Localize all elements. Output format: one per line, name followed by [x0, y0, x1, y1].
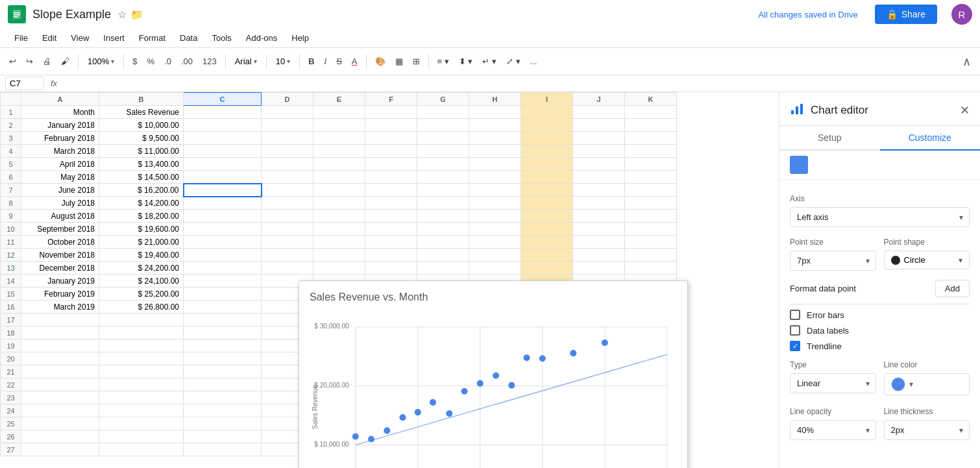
cell-b23[interactable]	[99, 391, 184, 404]
cell-h4[interactable]	[469, 145, 521, 158]
cell-i8[interactable]	[521, 197, 573, 210]
cell-d1[interactable]	[262, 106, 313, 119]
cell-c21[interactable]	[184, 365, 262, 378]
cell-b25[interactable]	[99, 417, 184, 430]
cell-c25[interactable]	[184, 417, 262, 430]
cell-k6[interactable]	[625, 171, 677, 184]
text-color-button[interactable]: A	[348, 54, 361, 69]
cell-b3[interactable]: $ 9,500.00	[99, 132, 184, 145]
cell-c7[interactable]	[184, 184, 262, 197]
format123-button[interactable]: 123	[199, 54, 221, 69]
cell-b6[interactable]: $ 14,500.00	[99, 171, 184, 184]
col-header-i[interactable]: I	[521, 93, 573, 106]
col-header-h[interactable]: H	[469, 93, 521, 106]
cell-k5[interactable]	[625, 158, 677, 171]
cell-g8[interactable]	[417, 197, 469, 210]
cell-b19[interactable]	[99, 339, 184, 352]
cell-a24[interactable]	[21, 404, 99, 417]
cell-e7[interactable]	[313, 184, 365, 197]
cell-a13[interactable]: December 2018	[21, 262, 99, 275]
cell-c22[interactable]	[184, 378, 262, 391]
cell-c26[interactable]	[184, 430, 262, 443]
cell-c13[interactable]	[184, 262, 262, 275]
save-status[interactable]: All changes saved in Drive	[758, 10, 857, 19]
cell-e5[interactable]	[313, 158, 365, 171]
share-button[interactable]: 🔒 Share	[875, 5, 937, 24]
folder-icon[interactable]: 📁	[130, 8, 143, 21]
cell-i9[interactable]	[521, 210, 573, 223]
cell-k11[interactable]	[625, 236, 677, 249]
percent-button[interactable]: %	[143, 54, 158, 69]
cell-d13[interactable]	[262, 262, 313, 275]
cell-e10[interactable]	[313, 223, 365, 236]
col-header-j[interactable]: J	[573, 93, 625, 106]
cell-c5[interactable]	[184, 158, 262, 171]
menu-data[interactable]: Data	[173, 31, 204, 45]
cell-e12[interactable]	[313, 249, 365, 262]
cell-ref-input[interactable]	[5, 77, 44, 90]
trendline-checkbox[interactable]: ✓	[790, 341, 800, 351]
cell-k13[interactable]	[625, 262, 677, 275]
cell-e13[interactable]	[313, 262, 365, 275]
cell-b8[interactable]: $ 14,200.00	[99, 197, 184, 210]
cell-k10[interactable]	[625, 223, 677, 236]
cell-g11[interactable]	[417, 236, 469, 249]
cell-h10[interactable]	[469, 223, 521, 236]
cell-a9[interactable]: August 2018	[21, 210, 99, 223]
cell-g12[interactable]	[417, 249, 469, 262]
cell-j13[interactable]	[573, 262, 625, 275]
cell-b24[interactable]	[99, 404, 184, 417]
cell-c15[interactable]	[184, 288, 262, 301]
cell-c19[interactable]	[184, 339, 262, 352]
cell-f3[interactable]	[365, 132, 417, 145]
rotate-button[interactable]: ⤢ ▾	[502, 54, 524, 69]
cell-h6[interactable]	[469, 171, 521, 184]
cell-e11[interactable]	[313, 236, 365, 249]
cell-a10[interactable]: September 2018	[21, 223, 99, 236]
merge-button[interactable]: ⊞	[409, 54, 424, 69]
cell-c2[interactable]	[184, 119, 262, 132]
cell-g10[interactable]	[417, 223, 469, 236]
cell-f9[interactable]	[365, 210, 417, 223]
cell-g3[interactable]	[417, 132, 469, 145]
cell-g1[interactable]	[417, 106, 469, 119]
cell-i13[interactable]	[521, 262, 573, 275]
strikethrough-button[interactable]: S	[332, 54, 346, 69]
col-header-g[interactable]: G	[417, 93, 469, 106]
cell-c8[interactable]	[184, 197, 262, 210]
cell-b1[interactable]: Sales Revenue	[99, 106, 184, 119]
cell-f11[interactable]	[365, 236, 417, 249]
cell-g13[interactable]	[417, 262, 469, 275]
cell-j7[interactable]	[573, 184, 625, 197]
cell-e9[interactable]	[313, 210, 365, 223]
fill-color-button[interactable]: 🎨	[371, 54, 389, 69]
cell-a12[interactable]: November 2018	[21, 249, 99, 262]
cell-c14[interactable]	[184, 275, 262, 288]
zoom-dropdown[interactable]: 100% ▾	[83, 55, 119, 68]
font-dropdown[interactable]: Arial ▾	[230, 55, 262, 68]
cell-g5[interactable]	[417, 158, 469, 171]
decimal00-button[interactable]: .00	[177, 54, 197, 69]
cell-d7[interactable]	[262, 184, 313, 197]
col-header-c[interactable]: C	[184, 93, 262, 106]
cell-c11[interactable]	[184, 236, 262, 249]
cell-c24[interactable]	[184, 404, 262, 417]
cell-i12[interactable]	[521, 249, 573, 262]
cell-b11[interactable]: $ 21,000.00	[99, 236, 184, 249]
col-header-b[interactable]: B	[99, 93, 184, 106]
cell-i1[interactable]	[521, 106, 573, 119]
collapse-toolbar-button[interactable]: ∧	[959, 55, 975, 69]
cell-h12[interactable]	[469, 249, 521, 262]
cell-c23[interactable]	[184, 391, 262, 404]
cell-d5[interactable]	[262, 158, 313, 171]
cell-a8[interactable]: July 2018	[21, 197, 99, 210]
bold-button[interactable]: B	[304, 54, 318, 69]
cell-h13[interactable]	[469, 262, 521, 275]
cell-a3[interactable]: February 2018	[21, 132, 99, 145]
cell-a1[interactable]: Month	[21, 106, 99, 119]
cell-a25[interactable]	[21, 417, 99, 430]
cell-d3[interactable]	[262, 132, 313, 145]
cell-g6[interactable]	[417, 171, 469, 184]
cell-i2[interactable]	[521, 119, 573, 132]
cell-i4[interactable]	[521, 145, 573, 158]
